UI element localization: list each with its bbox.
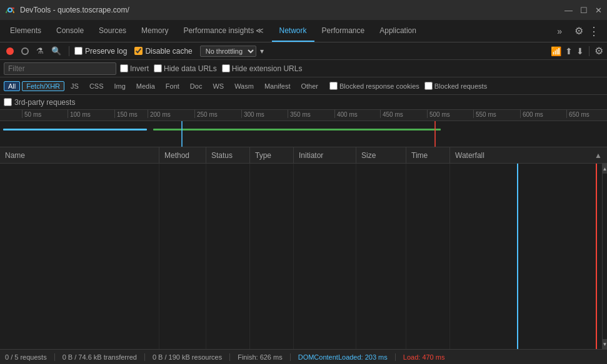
extra-filters: Blocked response cookies Blocked request… (329, 82, 487, 90)
throttling-select[interactable]: No throttlingFast 3GSlow 3GOffline (200, 46, 256, 57)
tick-500: 500 ms (427, 110, 450, 118)
network-settings-button[interactable]: ⚙ (594, 45, 603, 57)
third-party-label[interactable]: 3rd-party requests (4, 98, 75, 107)
hide-extension-urls-checkbox[interactable] (222, 64, 230, 72)
disable-cache-checkbox[interactable] (134, 47, 143, 55)
chrome-icon (5, 5, 15, 15)
filter-input[interactable] (4, 62, 116, 75)
tick-100: 100 ms (68, 110, 91, 118)
table-body-container: ▲ ▼ (0, 164, 607, 349)
toolbar-divider-1 (69, 46, 69, 56)
tick-450: 450 ms (380, 110, 403, 118)
blocked-requests-checkbox[interactable] (424, 82, 433, 90)
blocked-response-checkbox[interactable] (329, 82, 338, 90)
invert-checkbox[interactable] (120, 64, 128, 72)
type-filter-fetch-xhr[interactable]: Fetch/XHR (22, 81, 64, 91)
maximize-button[interactable]: ☐ (580, 6, 588, 15)
hide-data-urls-checkbox[interactable] (154, 64, 162, 72)
type-filter-ws[interactable]: WS (208, 81, 228, 91)
timeline-bar-green (153, 129, 441, 130)
requests-count: 0 / 5 requests (5, 353, 55, 361)
tick-600: 600 ms (520, 110, 543, 118)
settings-button[interactable]: ⚙ (574, 25, 583, 37)
tick-400: 400 ms (334, 110, 358, 118)
filter-button[interactable]: ⚗ (34, 45, 46, 57)
filter-icon: ⚗ (36, 46, 44, 56)
disable-cache-group[interactable]: Disable cache (134, 47, 192, 56)
col-method-area (159, 164, 206, 349)
type-filter-css[interactable]: CSS (85, 81, 108, 91)
more-tabs-button[interactable]: » (549, 26, 569, 36)
tick-550: 550 ms (473, 110, 496, 118)
title-bar: DevTools - quotes.toscrape.com/ — ☐ ✕ (0, 0, 607, 20)
stop-button[interactable] (19, 46, 31, 56)
timeline-area: 50 ms 100 ms 150 ms 200 ms 250 ms 300 ms… (0, 110, 607, 147)
th-status[interactable]: Status (206, 147, 250, 163)
col-size-area (356, 164, 406, 349)
record-button[interactable] (4, 46, 16, 56)
th-size[interactable]: Size (356, 147, 406, 163)
table-header: Name Method Status Type Initiator Size T… (0, 147, 607, 164)
invert-label[interactable]: Invert (120, 64, 149, 73)
type-filter-other[interactable]: Other (296, 81, 323, 91)
third-party-checkbox[interactable] (4, 98, 12, 106)
hide-data-urls-label[interactable]: Hide data URLs (154, 64, 217, 73)
tab-console[interactable]: Console (49, 20, 91, 42)
status-bar: 0 / 5 requests 0 B / 74.6 kB transferred… (0, 349, 607, 364)
record-icon (6, 47, 14, 55)
tab-performance-insights[interactable]: Performance insights ≪ (176, 20, 271, 42)
type-filter-bar: All Fetch/XHR JS CSS Img Media Font Doc … (0, 77, 607, 95)
col-initiator-area (294, 164, 356, 349)
scrollbar-down[interactable]: ▼ (603, 339, 607, 349)
download-icon[interactable]: ⬇ (576, 46, 584, 56)
waterfall-dom-line (517, 164, 518, 349)
search-button[interactable]: 🔍 (49, 45, 64, 57)
svg-point-1 (9, 9, 11, 11)
hide-extension-urls-label[interactable]: Hide extension URLs (222, 64, 303, 73)
tick-300: 300 ms (241, 110, 264, 118)
blocked-requests-label[interactable]: Blocked requests (424, 82, 487, 90)
th-initiator[interactable]: Initiator (294, 147, 356, 163)
wifi-icon: 📶 (551, 46, 561, 56)
th-time[interactable]: Time (406, 147, 450, 163)
type-filter-img[interactable]: Img (110, 81, 130, 91)
th-method[interactable]: Method (159, 147, 206, 163)
tab-elements[interactable]: Elements (3, 20, 49, 42)
col-name-area (0, 164, 159, 349)
col-status-area (206, 164, 250, 349)
type-filter-all[interactable]: All (4, 81, 20, 91)
type-filter-media[interactable]: Media (132, 81, 159, 91)
tab-performance[interactable]: Performance (314, 20, 373, 42)
table-body[interactable] (0, 164, 602, 349)
preserve-log-group[interactable]: Preserve log (74, 47, 127, 56)
type-filter-wasm[interactable]: Wasm (230, 81, 258, 91)
upload-icon[interactable]: ⬆ (565, 46, 573, 56)
type-filter-doc[interactable]: Doc (186, 81, 207, 91)
minimize-button[interactable]: — (564, 6, 573, 15)
tab-memory[interactable]: Memory (134, 20, 176, 42)
th-type[interactable]: Type (250, 147, 294, 163)
th-waterfall[interactable]: Waterfall ▲ (450, 147, 607, 163)
preserve-log-label: Preserve log (85, 47, 127, 56)
scrollbar-track[interactable]: ▲ ▼ (602, 164, 607, 349)
tick-250: 250 ms (194, 110, 218, 118)
blocked-response-label[interactable]: Blocked response cookies (329, 82, 419, 90)
preserve-log-checkbox[interactable] (74, 47, 83, 55)
type-filter-manifest[interactable]: Manifest (260, 81, 295, 91)
more-options-button[interactable]: ⋮ (588, 24, 599, 38)
type-filter-js[interactable]: JS (66, 81, 83, 91)
tab-sources[interactable]: Sources (91, 20, 134, 42)
sort-arrow: ▲ (594, 151, 602, 160)
devtools-frame: DevTools - quotes.toscrape.com/ — ☐ ✕ El… (0, 0, 607, 364)
close-button[interactable]: ✕ (595, 6, 602, 15)
tab-application[interactable]: Application (372, 20, 424, 42)
scrollbar-up[interactable]: ▲ (603, 164, 607, 174)
toolbar: ⚗ 🔍 Preserve log Disable cache No thrott… (0, 42, 607, 60)
row-area (0, 164, 602, 349)
th-name[interactable]: Name (0, 147, 159, 163)
tab-network[interactable]: Network (272, 20, 314, 42)
title-text: DevTools - quotes.toscrape.com/ (20, 6, 559, 14)
toolbar-divider-2 (589, 46, 589, 56)
type-filter-font[interactable]: Font (161, 81, 184, 91)
tick-50: 50 ms (22, 110, 41, 118)
